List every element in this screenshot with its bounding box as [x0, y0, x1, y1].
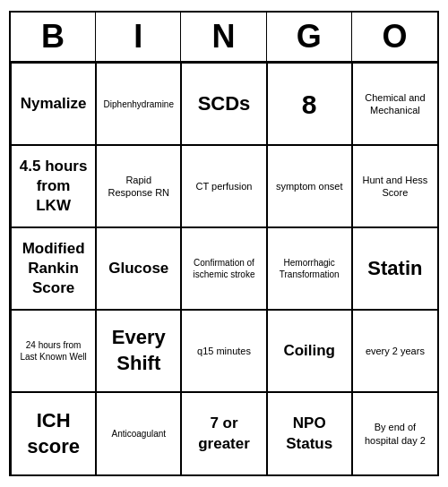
- header-o: O: [352, 13, 437, 61]
- bingo-cell-20: ICH score: [11, 392, 96, 474]
- bingo-header: B I N G O: [11, 13, 437, 63]
- bingo-cell-19: every 2 years: [352, 310, 437, 392]
- bingo-grid: NymalizeDiphenhydramineSCDs8Chemical and…: [11, 63, 437, 474]
- bingo-cell-12: Confirmation of ischemic stroke: [181, 227, 266, 310]
- bingo-cell-3: 8: [267, 63, 352, 145]
- bingo-cell-2: SCDs: [181, 63, 266, 145]
- cell-text-14: Statin: [367, 256, 422, 282]
- bingo-cell-1: Diphenhydramine: [96, 63, 181, 145]
- cell-text-1: Diphenhydramine: [104, 98, 174, 110]
- bingo-cell-23: NPO Status: [267, 392, 352, 474]
- header-n: N: [181, 13, 266, 61]
- cell-text-23: NPO Status: [273, 414, 346, 453]
- bingo-cell-7: CT perfusion: [181, 145, 266, 227]
- cell-text-3: 8: [302, 87, 317, 122]
- cell-text-17: q15 minutes: [197, 345, 251, 357]
- cell-text-22: 7 or greater: [187, 414, 260, 453]
- cell-text-13: Hemorrhagic Transformation: [273, 257, 346, 280]
- bingo-cell-11: Glucose: [96, 227, 181, 310]
- bingo-cell-13: Hemorrhagic Transformation: [267, 227, 352, 310]
- bingo-cell-14: Statin: [352, 227, 437, 310]
- cell-text-0: Nymalize: [21, 94, 87, 114]
- bingo-cell-4: Chemical and Mechanical: [352, 63, 437, 145]
- cell-text-15: 24 hours from Last Known Well: [17, 339, 90, 363]
- cell-text-6: Rapid Response RN: [102, 174, 175, 200]
- cell-text-4: Chemical and Mechanical: [358, 91, 432, 117]
- header-g: G: [267, 13, 352, 61]
- cell-text-11: Glucose: [108, 259, 168, 278]
- cell-text-19: every 2 years: [366, 345, 425, 357]
- header-i: I: [96, 13, 181, 61]
- cell-text-20: ICH score: [17, 408, 90, 459]
- cell-text-16: Every Shift: [102, 325, 175, 376]
- bingo-card: B I N G O NymalizeDiphenhydramineSCDs8Ch…: [9, 11, 439, 476]
- bingo-cell-17: q15 minutes: [181, 310, 266, 392]
- bingo-cell-8: symptom onset: [267, 145, 352, 227]
- cell-text-9: Hunt and Hess Score: [358, 174, 432, 200]
- bingo-cell-15: 24 hours from Last Known Well: [11, 310, 96, 392]
- bingo-cell-0: Nymalize: [11, 63, 96, 145]
- cell-text-18: Coiling: [283, 341, 335, 361]
- bingo-cell-21: Anticoagulant: [96, 392, 181, 474]
- cell-text-12: Confirmation of ischemic stroke: [187, 257, 260, 280]
- bingo-cell-6: Rapid Response RN: [96, 145, 181, 227]
- cell-text-5: 4.5 hours from LKW: [17, 157, 90, 216]
- bingo-cell-5: 4.5 hours from LKW: [11, 145, 96, 227]
- cell-text-10: Modified Rankin Score: [17, 239, 90, 298]
- bingo-cell-18: Coiling: [267, 310, 352, 392]
- cell-text-7: CT perfusion: [196, 180, 253, 192]
- bingo-cell-22: 7 or greater: [181, 392, 266, 474]
- cell-text-24: By end of hospital day 2: [358, 421, 432, 447]
- header-b: B: [11, 13, 96, 61]
- cell-text-8: symptom onset: [276, 180, 343, 192]
- bingo-cell-16: Every Shift: [96, 310, 181, 392]
- cell-text-2: SCDs: [198, 91, 251, 117]
- bingo-cell-10: Modified Rankin Score: [11, 227, 96, 310]
- bingo-cell-24: By end of hospital day 2: [352, 392, 437, 474]
- bingo-cell-9: Hunt and Hess Score: [352, 145, 437, 227]
- cell-text-21: Anticoagulant: [111, 428, 166, 440]
